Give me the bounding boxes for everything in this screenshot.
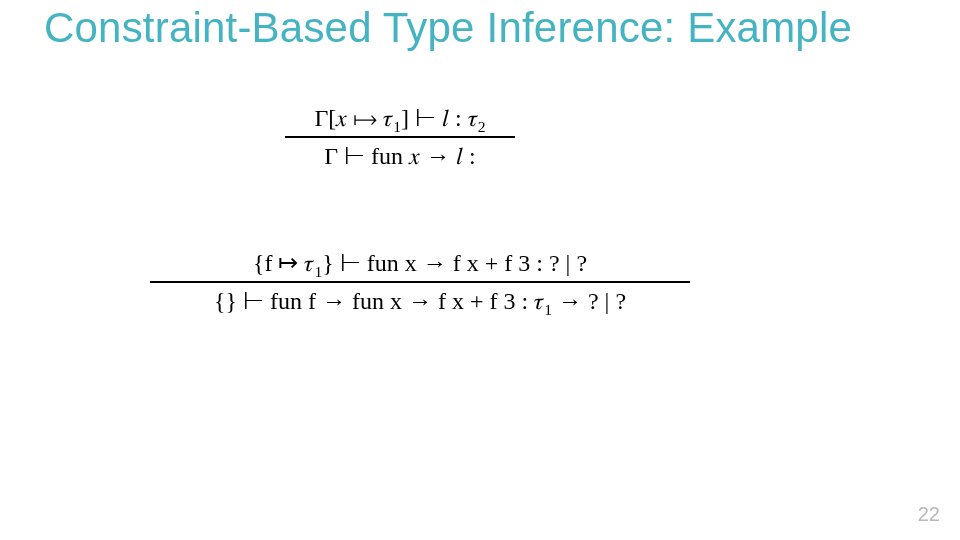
- rule2-conclusion-sub1: 1: [544, 301, 552, 318]
- rule2-conclusion-part2: → ? | ?: [552, 288, 626, 314]
- rule1-conclusion-text: Γ ⊢ fun 𝑥 → 𝑙 :: [324, 143, 476, 169]
- rule1-premise-part1: Γ[𝑥 ↦ 𝜏: [314, 105, 393, 131]
- rule2-conclusion-part1: {} ⊢ fun f → fun x → f x + f 3 : 𝜏: [214, 288, 544, 314]
- rule2-premise-part1: {f ↦ 𝜏: [253, 250, 315, 276]
- rule1-premise: Γ[𝑥 ↦ 𝜏1] ⊢ 𝑙 : 𝜏2: [260, 100, 540, 136]
- rule2-premise-part2: } ⊢ fun x → f x + f 3 : ? | ?: [322, 250, 587, 276]
- rule1-premise-sub1: 1: [393, 118, 401, 135]
- rule2-premise: {f ↦ 𝜏1} ⊢ fun x → f x + f 3 : ? | ?: [150, 245, 690, 281]
- inference-rule-1: Γ[𝑥 ↦ 𝜏1] ⊢ 𝑙 : 𝜏2 Γ ⊢ fun 𝑥 → 𝑙 :: [260, 100, 540, 174]
- slide: Constraint-Based Type Inference: Example…: [0, 0, 960, 540]
- page-number: 22: [918, 503, 940, 526]
- rule1-conclusion: Γ ⊢ fun 𝑥 → 𝑙 :: [260, 138, 540, 174]
- inference-rule-2: {f ↦ 𝜏1} ⊢ fun x → f x + f 3 : ? | ? {} …: [150, 245, 690, 319]
- rule1-premise-sub2: 2: [478, 118, 486, 135]
- rule2-conclusion: {} ⊢ fun f → fun x → f x + f 3 : 𝜏1 → ? …: [150, 283, 690, 319]
- slide-title: Constraint-Based Type Inference: Example: [44, 4, 852, 52]
- rule1-premise-part2: ] ⊢ 𝑙 : 𝜏: [401, 105, 478, 131]
